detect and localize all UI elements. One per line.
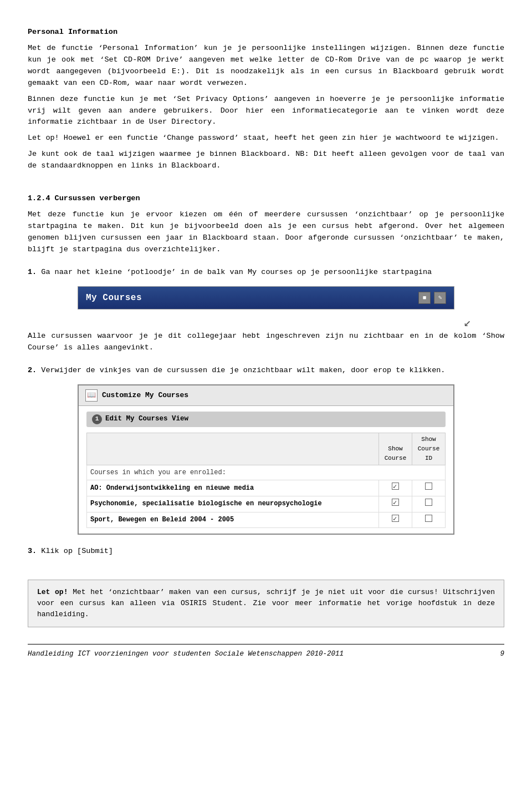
col-enrolled — [87, 433, 379, 465]
section-title: Personal Information — [28, 27, 504, 38]
show-course-checkbox[interactable] — [379, 512, 412, 528]
step-1-text: Ga naar het kleine ‘potloodje’ in de bal… — [41, 268, 432, 276]
checkbox-show-course-id[interactable] — [425, 499, 432, 506]
let-op-text: Met het ‘onzichtbaar’ maken van een curs… — [37, 588, 495, 618]
section-124-intro: Met deze functie kun je ervoor kiezen om… — [28, 209, 504, 256]
show-course-id-checkbox[interactable] — [412, 480, 446, 496]
paragraph-3: Let op! Hoewel er een functie ‘Change pa… — [28, 133, 504, 144]
course-name: Psychonomie, specialisatie biologische e… — [87, 496, 379, 512]
section-124-title: 1.2.4 Cursussen verbergen — [28, 193, 504, 205]
my-courses-icons: ■ ✎ — [418, 292, 446, 304]
footer-text: Handleiding ICT voorzieningen voor stude… — [28, 649, 344, 659]
checkbox-show-course-id[interactable] — [425, 483, 432, 490]
my-courses-icon-1[interactable]: ■ — [418, 292, 431, 304]
show-course-id-checkbox[interactable] — [412, 496, 446, 512]
checkbox-show-course[interactable] — [392, 499, 399, 506]
step-3-num: 3. — [28, 547, 37, 555]
arrow-indicator: ↙ — [28, 317, 504, 329]
step-3: 3. Klik op [Submit] — [28, 546, 504, 557]
courses-table: Show Course Show Course ID Courses in wh… — [86, 433, 446, 529]
customize-header-title: Customize My Courses — [102, 390, 188, 401]
step-2: 2. Verwijder de vinkjes van de cursussen… — [28, 365, 504, 377]
step-3-text: Klik op [Submit] — [41, 547, 113, 555]
enrolled-label: Courses in which you are enrolled: — [87, 465, 446, 480]
customize-header: 📖 Customize My Courses — [79, 385, 453, 406]
show-course-checkbox[interactable] — [379, 496, 412, 512]
paragraph-1: Met de functie ‘Personal Information’ ku… — [28, 43, 504, 89]
course-name: Sport, Bewegen en Beleid 2004 - 2005 — [87, 512, 379, 528]
edit-section-title: 1 Edit My Courses View — [86, 412, 446, 427]
customize-body: 1 Edit My Courses View Show Course Show … — [79, 406, 453, 534]
customize-my-courses-box: 📖 Customize My Courses 1 Edit My Courses… — [78, 384, 454, 535]
table-row: AO: Onderwijsontwikkeling en nieuwe medi… — [87, 480, 446, 496]
let-op-box: Let op! Met het ‘onzichtbaar’ maken van … — [28, 580, 504, 627]
book-icon: 📖 — [85, 389, 98, 402]
footer-page-num: 9 — [500, 649, 504, 659]
after-image-1-text: Alle cursussen waarvoor je je dit colleg… — [28, 331, 504, 354]
footer: Handleiding ICT voorzieningen voor stude… — [28, 644, 504, 659]
step-2-num: 2. — [28, 366, 37, 374]
my-courses-header: My Courses ■ ✎ — [78, 287, 454, 309]
course-name: AO: Onderwijsontwikkeling en nieuwe medi… — [87, 480, 379, 496]
show-course-checkbox[interactable] — [379, 480, 412, 496]
step-1: 1. Ga naar het kleine ‘potloodje’ in de … — [28, 267, 504, 278]
step-2-text: Verwijder de vinkjes van de cursussen di… — [41, 366, 445, 374]
my-courses-image-box: My Courses ■ ✎ — [78, 286, 454, 310]
table-row: Sport, Bewegen en Beleid 2004 - 2005 — [87, 512, 446, 528]
checkbox-show-course[interactable] — [392, 483, 399, 490]
step-1-num: 1. — [28, 268, 37, 276]
edit-section-num: 1 — [92, 414, 102, 424]
paragraph-4: Je kunt ook de taal wijzigen waarmee je … — [28, 149, 504, 172]
enrolled-label-row: Courses in which you are enrolled: — [87, 465, 446, 480]
my-courses-title: My Courses — [86, 291, 142, 305]
col-show-course-header: Show Course — [379, 433, 412, 465]
let-op-bold: Let op! — [37, 588, 68, 596]
table-row: Psychonomie, specialisatie biologische e… — [87, 496, 446, 512]
edit-section-label: Edit My Courses View — [105, 414, 188, 424]
checkbox-show-course[interactable] — [392, 515, 399, 522]
paragraph-2: Binnen deze functie kun je met ‘Set Priv… — [28, 94, 504, 129]
col-show-course-id-header: Show Course ID — [412, 433, 446, 465]
my-courses-icon-2[interactable]: ✎ — [434, 292, 446, 304]
checkbox-show-course-id[interactable] — [425, 515, 432, 522]
show-course-id-checkbox[interactable] — [412, 512, 446, 528]
